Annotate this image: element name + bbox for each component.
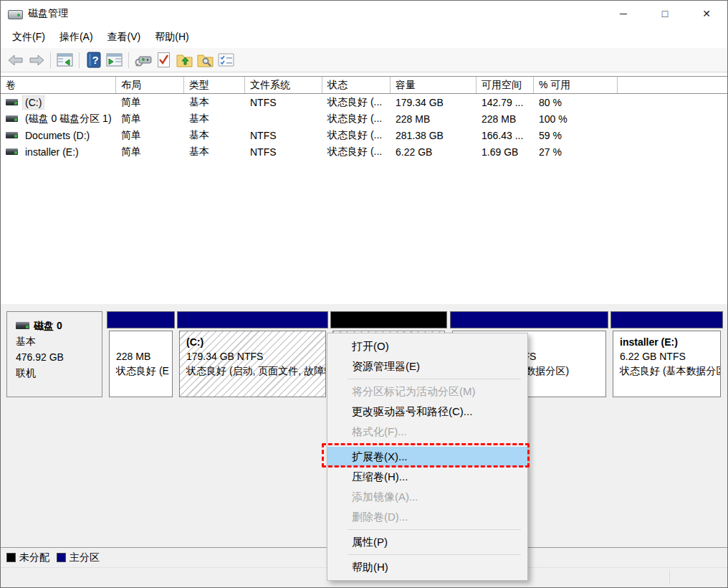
- menu-file[interactable]: 文件(F): [5, 28, 52, 47]
- cell-status: 状态良好 (...: [322, 110, 391, 127]
- table-row-reserved[interactable]: (磁盘 0 磁盘分区 1) 简单 基本 状态良好 (... 228 MB 228…: [1, 110, 727, 127]
- col-free[interactable]: 可用空间: [476, 77, 534, 93]
- back-icon[interactable]: [6, 50, 25, 70]
- cell-fs: NTFS: [245, 127, 322, 143]
- menu-separator: [348, 529, 521, 530]
- partition-bar: [610, 311, 723, 328]
- partition-label: [116, 335, 172, 349]
- window-title: 磁盘管理: [28, 7, 68, 20]
- cell-free: 166.43 ...: [476, 127, 534, 143]
- cell-fs: [245, 110, 322, 127]
- cell-status: 状态良好 (...: [322, 94, 391, 110]
- col-layout[interactable]: 布局: [116, 77, 184, 93]
- menu-action[interactable]: 操作(A): [52, 28, 100, 47]
- table-row-c[interactable]: (C:) 简单 基本 NTFS 状态良好 (... 179.34 GB 142.…: [1, 94, 727, 110]
- col-type[interactable]: 类型: [184, 77, 245, 93]
- cell-free: 228 MB: [476, 110, 534, 127]
- col-filesystem[interactable]: 文件系统: [245, 77, 322, 93]
- disk-name: 磁盘 0: [34, 318, 62, 333]
- checklist-icon[interactable]: [216, 50, 236, 70]
- menu-bar: 文件(F) 操作(A) 查看(V) 帮助(H): [1, 27, 727, 48]
- close-button[interactable]: ✕: [686, 1, 727, 27]
- legend-unallocated-label: 未分配: [19, 551, 49, 564]
- help-book-icon[interactable]: ?: [84, 50, 103, 70]
- cell-pct: 100 %: [534, 110, 618, 127]
- disk0-info-panel[interactable]: 磁盘 0 基本 476.92 GB 联机: [6, 311, 102, 397]
- cell-layout: 简单: [116, 127, 184, 143]
- legend-unallocated: 未分配: [6, 551, 49, 564]
- cell-type: 基本: [184, 143, 245, 160]
- menu-item-format: 格式化(F)...: [327, 422, 527, 442]
- console-tree-icon[interactable]: [55, 50, 75, 70]
- cell-capacity: 228 MB: [391, 110, 476, 127]
- partition-e[interactable]: installer (E:) 6.22 GB NTFS 状态良好 (基本数据分区…: [610, 311, 723, 397]
- menu-separator: [348, 379, 521, 379]
- menu-item-properties[interactable]: 属性(P): [327, 532, 527, 552]
- legend-primary: 主分区: [57, 551, 100, 564]
- app-drive-icon: [8, 9, 22, 19]
- partition-status: 状态良好 (启动, 页面文件, 故障转储, 主分区): [186, 364, 325, 378]
- folder-search-icon[interactable]: [196, 50, 215, 70]
- show-window-icon[interactable]: [105, 50, 124, 70]
- cell-type: 基本: [184, 127, 245, 143]
- partition-bar: [450, 311, 608, 328]
- cell-pct: 27 %: [534, 143, 618, 160]
- partition-label: installer (E:): [620, 335, 720, 349]
- col-capacity[interactable]: 容量: [391, 77, 476, 93]
- cell-layout: 简单: [116, 143, 184, 160]
- partition-size: 228 MB: [116, 349, 172, 364]
- cell-layout: 简单: [116, 94, 184, 110]
- disk-management-window: 磁盘管理 ─ □ ✕ 文件(F) 操作(A) 查看(V) 帮助(H) ?: [0, 0, 728, 588]
- primary-swatch: [57, 553, 66, 562]
- partition-label: (C:): [186, 335, 325, 349]
- partition-bar: [107, 311, 175, 328]
- cell-free: 1.69 GB: [476, 143, 534, 160]
- partition-reserved[interactable]: 228 MB 状态良好 (E: [107, 311, 175, 397]
- menu-item-help[interactable]: 帮助(H): [327, 557, 527, 577]
- menu-help[interactable]: 帮助(H): [148, 28, 196, 47]
- statusbar-divider: [669, 569, 670, 585]
- cell-capacity: 179.34 GB: [391, 94, 476, 110]
- title-bar: 磁盘管理 ─ □ ✕: [1, 1, 727, 27]
- annotation-highlight-box: [322, 443, 530, 468]
- col-status[interactable]: 状态: [322, 77, 391, 93]
- volume-list-header: 卷 布局 类型 文件系统 状态 容量 可用空间 % 可用: [1, 76, 727, 94]
- cell-status: 状态良好 (...: [322, 143, 391, 160]
- folder-up-icon[interactable]: [175, 50, 194, 70]
- forward-icon[interactable]: [27, 50, 46, 70]
- table-row-d[interactable]: Documets (D:) 简单 基本 NTFS 状态良好 (... 281.3…: [1, 127, 727, 143]
- volume-drive-icon: [6, 99, 18, 105]
- disk-size: 476.92 GB: [16, 349, 102, 365]
- col-pct-free[interactable]: % 可用: [534, 77, 618, 93]
- cell-status: 状态良好 (...: [322, 127, 391, 143]
- svg-text:?: ?: [92, 54, 98, 66]
- legend-primary-label: 主分区: [70, 551, 100, 564]
- menu-item-add-mirror: 添加镜像(A)...: [327, 487, 527, 507]
- disk-type: 基本: [16, 333, 102, 349]
- col-volume[interactable]: 卷: [1, 77, 116, 93]
- cell-type: 基本: [184, 110, 245, 127]
- cell-fs: NTFS: [245, 94, 322, 110]
- volume-drive-icon: [6, 132, 18, 138]
- cell-free: 142.79 ...: [476, 94, 534, 110]
- disk-status: 联机: [16, 365, 102, 381]
- volume-drive-icon: [6, 148, 18, 155]
- menu-view[interactable]: 查看(V): [100, 28, 148, 47]
- rescan-disks-icon[interactable]: [133, 50, 153, 70]
- partition-bar: [177, 311, 328, 328]
- volume-list: 卷 布局 类型 文件系统 状态 容量 可用空间 % 可用 (C:) 简单 基本 …: [1, 76, 727, 304]
- cell-capacity: 6.22 GB: [391, 143, 476, 160]
- table-row-e[interactable]: installer (E:) 简单 基本 NTFS 状态良好 (... 6.22…: [1, 143, 727, 160]
- maximize-button[interactable]: □: [644, 1, 686, 27]
- menu-item-change-letter[interactable]: 更改驱动器号和路径(C)...: [327, 402, 527, 422]
- menu-item-shrink-volume[interactable]: 压缩卷(H)...: [327, 467, 527, 487]
- partition-bar: [330, 311, 447, 328]
- menu-separator: [348, 554, 521, 555]
- volume-name: (C:): [23, 96, 44, 109]
- minimize-button[interactable]: ─: [603, 1, 644, 27]
- menu-item-open[interactable]: 打开(O): [327, 336, 527, 356]
- cell-type: 基本: [184, 94, 245, 110]
- verify-document-icon[interactable]: [154, 50, 173, 70]
- menu-item-explorer[interactable]: 资源管理器(E): [327, 356, 527, 376]
- partition-c[interactable]: (C:) 179.34 GB NTFS 状态良好 (启动, 页面文件, 故障转储…: [177, 311, 328, 397]
